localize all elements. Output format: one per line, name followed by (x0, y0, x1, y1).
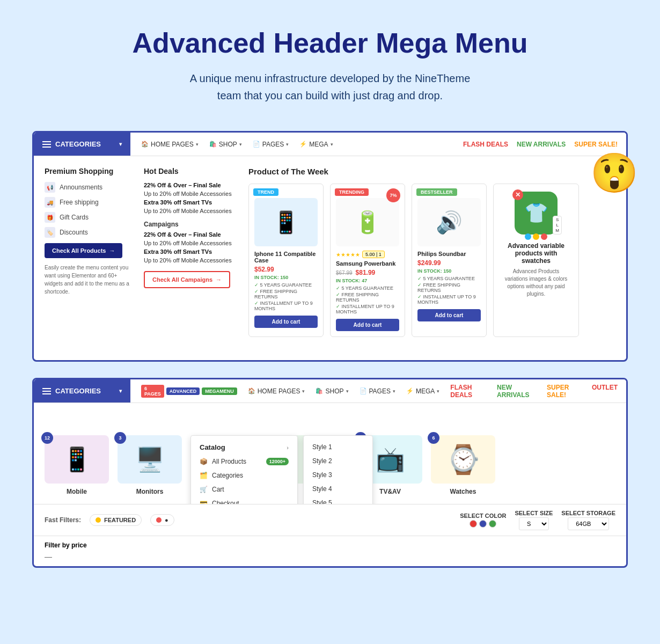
product-image-powerbank: 🔋 (336, 198, 399, 246)
catalog-all-products-label: All Products (212, 458, 246, 465)
select-filters: SELECT COLOR SELECT SIZE SMLXL SELECT ST… (460, 510, 615, 530)
flash-deals-link-1[interactable]: FLASH DEALS (463, 141, 508, 148)
add-to-cart-powerbank[interactable]: Add to cart (336, 319, 399, 331)
style-4[interactable]: Style 4 (304, 482, 372, 496)
add-to-cart-iphone[interactable]: Add to cart (254, 316, 318, 328)
category-monitors[interactable]: 3 🖥️ Monitors (118, 435, 182, 495)
new-arrivals-link-2[interactable]: NEW ARRIVALS (497, 384, 538, 399)
nav-shop-1[interactable]: 🛍️ SHOP ▾ (205, 133, 246, 156)
style-submenu: Style 1 Style 2 Style 3 Style 4 Style 5 … (303, 435, 373, 504)
select-size-wrapper: SELECT SIZE SMLXL (515, 510, 553, 530)
category-watches-label: Watches (450, 488, 476, 495)
featured-dot (96, 517, 101, 523)
color-green[interactable] (489, 520, 496, 528)
check-campaigns-button[interactable]: Check All Campaigns → (144, 271, 230, 288)
nav-right-1: FLASH DEALS NEW ARRIVALS SUPER SALE! (463, 141, 626, 148)
new-arrivals-link-1[interactable]: NEW ARRIVALS (517, 141, 566, 148)
catalog-title: Catalog › (191, 440, 297, 455)
campaign-item-1[interactable]: Up to 20% off Mobile Accessories (144, 240, 238, 246)
products-title: Product of The Week (248, 167, 615, 176)
nav-mega-1[interactable]: ⚡ MEGA ▾ (295, 133, 337, 156)
shop-icon: 🛍️ (209, 141, 217, 148)
chevron-down-icon-2: ▾ (119, 388, 122, 394)
badge-6pages: 6 PAGES (141, 385, 164, 398)
categories-label-2: CATEGORIES (55, 387, 101, 395)
filter-featured[interactable]: FEATURED (90, 514, 142, 526)
product-image-iphone: 📱 (254, 198, 318, 246)
catalog-item-checkout[interactable]: 💳 Checkout (191, 496, 297, 504)
category-mobile-container: 12 📱 (45, 435, 109, 484)
feature-1-powerbank: 5 YEARS GUARANTEE (336, 286, 399, 291)
feature-3-powerbank: INSTALLMENT UP TO 9 MONTHS (336, 304, 399, 314)
deal-item-0[interactable]: 22% Off & Over – Final Sale (144, 182, 238, 188)
campaign-item-0[interactable]: 22% Off & Over – Final Sale (144, 231, 238, 238)
campaign-item-2[interactable]: Extra 30% off Smart TVs (144, 248, 238, 255)
hamburger-icon (42, 141, 51, 148)
select-size-dropdown[interactable]: SMLXL (519, 517, 549, 530)
select-size-label: SELECT SIZE (515, 510, 553, 516)
select-storage-dropdown[interactable]: 64GB128GB256GB (568, 517, 609, 530)
super-sale-link-2[interactable]: SUPER SALE! (547, 384, 583, 399)
feature-3-soundbar: INSTALLMENT UP TO 9 MONTHS (417, 294, 481, 305)
color-red[interactable] (470, 520, 477, 528)
shipping-icon: 🚚 (45, 197, 55, 208)
flash-deals-link-2[interactable]: FLASH DEALS (450, 384, 488, 399)
catalog-item-categories[interactable]: 🗂️ Categories (191, 469, 297, 482)
nav-mega-2[interactable]: ⚡ MEGA ▾ (402, 379, 444, 403)
products-grid: TREND 📱 Iphone 11 Compatible Case $52.99… (248, 184, 615, 337)
add-to-cart-soundbar[interactable]: Add to cart (417, 309, 481, 321)
premium-item-discounts: 🏷️ Discounts (45, 227, 133, 238)
nav-home-pages-2[interactable]: 🏠 HOME PAGES ▾ (244, 379, 310, 403)
nav-pages-1[interactable]: 📄 PAGES ▾ (248, 133, 293, 156)
color-swatches (525, 233, 547, 240)
campaign-item-3[interactable]: Up to 20% off Mobile Accessories (144, 257, 238, 264)
nav-badges: 6 PAGES ADVANCED MEGAMENU (137, 385, 241, 398)
check-all-products-button[interactable]: Check All Products → (45, 243, 122, 258)
category-monitors-label: Monitors (136, 488, 164, 495)
style-3[interactable]: Style 3 (304, 468, 372, 482)
rating-powerbank: ★★★★★ 5.00 | 1 (336, 251, 399, 258)
feature-2-soundbar: FREE SHIPPING RETURNS (417, 282, 481, 293)
all-products-badge: 12000+ (266, 458, 289, 465)
price-filter-title: Filter by price (45, 541, 615, 549)
style-5[interactable]: Style 5 (304, 496, 372, 504)
style-1[interactable]: Style 1 (304, 440, 372, 454)
color-blue[interactable] (479, 520, 487, 528)
deal-item-3[interactable]: Up to 20% off Mobile Accessories (144, 208, 238, 214)
product-card-powerbank[interactable]: TRENDING 7% 🔋 ★★★★★ 5.00 | 1 Samsung Pow… (330, 184, 405, 337)
all-products-icon: 📦 (200, 458, 208, 465)
variable-product-desc: Advanced Products variations images & co… (501, 268, 571, 298)
in-stock-iphone: IN STOCK: 150 (254, 275, 318, 280)
nav-right-2: FLASH DEALS NEW ARRIVALS SUPER SALE! OUT… (450, 384, 626, 399)
product-card-iphone[interactable]: TREND 📱 Iphone 11 Compatible Case $52.99… (248, 184, 324, 337)
category-watches-container: 6 ⌚ (431, 435, 495, 484)
catalog-item-all-products[interactable]: 📦 All Products 12000+ (191, 455, 297, 469)
super-sale-link-1[interactable]: SUPER SALE! (574, 141, 618, 148)
product-card-soundbar[interactable]: BESTSELLER 🔊 Philips Soundbar $249.99 IN… (412, 184, 487, 337)
panel-2: CATEGORIES ▾ 6 PAGES ADVANCED MEGAMENU 🏠… (32, 378, 628, 568)
premium-item-announcements: 📢 Announsments (45, 182, 133, 193)
deal-item-1[interactable]: Up to 20% off Mobile Accessories (144, 191, 238, 197)
nav-home-pages-1[interactable]: 🏠 HOME PAGES ▾ (137, 133, 203, 156)
deal-item-2[interactable]: Extra 30% off Smart TVs (144, 199, 238, 206)
trending-badge: TRENDING (335, 188, 369, 196)
categories-button-1[interactable]: CATEGORIES ▾ (34, 133, 130, 156)
catalog-item-cart[interactable]: 🛒 Cart (191, 482, 297, 496)
categories-icon: 🗂️ (200, 472, 208, 479)
product-name-powerbank: Samsung Powerbank (336, 260, 399, 267)
categories-button-2[interactable]: CATEGORIES ▾ (34, 379, 130, 402)
second-dot (156, 517, 162, 523)
nav-shop-2[interactable]: 🛍️ SHOP ▾ (311, 379, 353, 403)
filter-second[interactable]: ● (150, 514, 174, 526)
style-2[interactable]: Style 2 (304, 454, 372, 468)
outlet-link[interactable]: OUTLET (592, 384, 618, 399)
stars-icon: ★★★★★ (336, 252, 360, 258)
review-count: 5.00 | 1 (362, 251, 385, 258)
category-mobile-image: 📱 (45, 435, 109, 484)
dropdown-arrow-3: ▾ (286, 142, 289, 147)
category-mobile[interactable]: 12 📱 Mobile (45, 435, 109, 495)
nav-pages-2[interactable]: 📄 PAGES ▾ (355, 379, 400, 403)
category-watches[interactable]: 6 ⌚ Watches (431, 435, 495, 495)
trend-badge: TREND (253, 188, 278, 196)
variable-products-card: ✕ 👕 SLM Advanced variable products with … (493, 184, 579, 337)
